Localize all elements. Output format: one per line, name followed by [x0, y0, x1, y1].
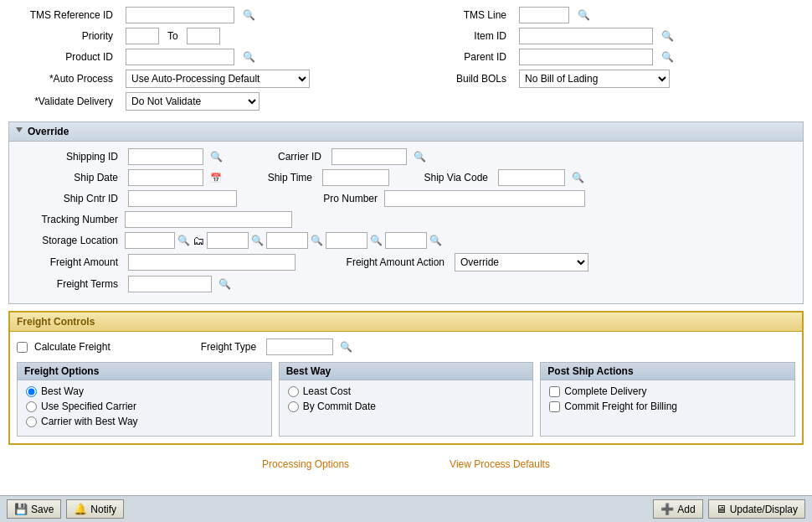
priority-label: Priority [82, 30, 113, 42]
ship-time-label: Ship Time [268, 172, 312, 183]
freight-controls-panel: Freight Controls Calculate Freight Freig… [8, 311, 804, 445]
calculate-freight-label: Calculate Freight [34, 341, 110, 353]
ship-time-input[interactable] [322, 169, 389, 186]
tms-line-input[interactable] [519, 7, 569, 23]
commit-freight-billing-checkbox[interactable] [549, 401, 560, 412]
freight-option-best-way-label: Best Way [41, 385, 84, 397]
notify-button[interactable]: 🔔 Notify [66, 499, 124, 519]
freight-amount-action-label: Freight Amount Action [347, 256, 445, 268]
item-id-search-icon[interactable] [661, 30, 674, 42]
storage-loc-4-search-icon[interactable] [370, 235, 383, 246]
carrier-id-search-icon[interactable] [414, 151, 426, 163]
update-display-label: Update/Display [730, 504, 798, 515]
override-title: Override [28, 126, 69, 137]
storage-loc-5-input[interactable] [385, 232, 427, 249]
best-way-least-cost-label: Least Cost [303, 385, 351, 397]
freight-controls-title: Freight Controls [17, 316, 95, 328]
tracking-number-input[interactable] [125, 211, 292, 228]
ship-via-code-search-icon[interactable] [572, 172, 584, 183]
best-way-least-cost-radio[interactable] [288, 386, 299, 397]
update-display-icon: 🖥 [716, 503, 727, 515]
complete-delivery-label: Complete Delivery [564, 385, 646, 397]
save-button[interactable]: 💾 Save [7, 499, 61, 519]
best-way-body: Least Cost By Commit Date [280, 380, 533, 421]
tms-line-search-icon[interactable] [578, 9, 590, 21]
tms-reference-id-search-icon[interactable] [243, 9, 255, 21]
freight-options-panel: Freight Options Best Way Use Specified C… [17, 362, 272, 437]
freight-terms-input[interactable] [128, 276, 212, 292]
freight-option-carrier-best-way-label: Carrier with Best Way [41, 416, 138, 427]
carrier-id-label: Carrier ID [278, 151, 321, 163]
auto-process-label: *Auto Process [49, 73, 113, 85]
shipping-id-label: Shipping ID [66, 151, 118, 163]
freight-amount-input[interactable] [128, 254, 296, 271]
storage-loc-icon[interactable]: 🗂 [193, 234, 204, 247]
ship-date-input[interactable] [128, 169, 203, 186]
calculate-freight-checkbox[interactable] [17, 342, 28, 353]
carrier-id-input[interactable] [331, 148, 407, 165]
parent-id-label: Parent ID [464, 51, 506, 63]
shipping-id-search-icon[interactable] [210, 151, 223, 163]
storage-loc-1-input[interactable] [125, 232, 175, 249]
best-way-panel: Best Way Least Cost By Commit Date [279, 362, 534, 437]
freight-option-best-way-radio[interactable] [26, 386, 37, 397]
ship-via-code-input[interactable] [498, 169, 565, 186]
tms-line-label: TMS Line [464, 9, 506, 21]
freight-controls-header: Freight Controls [10, 313, 802, 332]
item-id-input[interactable] [519, 28, 653, 44]
shipping-id-input[interactable] [128, 148, 203, 165]
freight-terms-label: Freight Terms [57, 278, 118, 290]
to-label: To [167, 30, 178, 42]
view-process-defaults-link[interactable]: View Process Defaults [450, 458, 550, 470]
priority-input[interactable] [126, 28, 159, 44]
storage-loc-3-search-icon[interactable] [311, 235, 323, 246]
update-display-button[interactable]: 🖥 Update/Display [708, 499, 805, 519]
override-section-body: Shipping ID Carrier ID Ship Date Ship Ti… [9, 142, 803, 303]
ship-cntr-id-input[interactable] [128, 190, 237, 207]
freight-type-input[interactable] [266, 339, 333, 355]
notify-icon: 🔔 [74, 503, 87, 515]
best-way-commit-date-label: By Commit Date [303, 401, 376, 412]
ship-date-cal-icon[interactable] [210, 172, 222, 183]
storage-loc-2-search-icon[interactable] [251, 235, 264, 246]
product-id-input[interactable] [126, 49, 234, 65]
tms-reference-id-input[interactable] [126, 7, 234, 23]
freight-option-carrier-best-way-radio[interactable] [26, 416, 37, 427]
pro-number-label: Pro Number [323, 193, 378, 204]
post-ship-actions-header: Post Ship Actions [541, 363, 794, 380]
build-bols-select[interactable]: No Bill of Lading [519, 70, 670, 88]
parent-id-input[interactable] [519, 49, 653, 65]
storage-loc-3-input[interactable] [266, 232, 308, 249]
add-button[interactable]: ➕ Add [653, 499, 702, 519]
commit-freight-billing-label: Commit Freight for Billing [564, 401, 677, 412]
bottom-bar: 💾 Save 🔔 Notify ➕ Add 🖥 Update/Display [0, 495, 812, 522]
pro-number-input[interactable] [384, 190, 585, 207]
freight-amount-action-select[interactable]: Override [455, 253, 588, 271]
save-icon: 💾 [14, 503, 28, 515]
validate-delivery-select[interactable]: Do Not Validate [126, 92, 260, 111]
storage-loc-1-search-icon[interactable] [177, 235, 190, 246]
validate-delivery-label: *Validate Delivery [34, 96, 113, 107]
product-id-label: Product ID [65, 51, 113, 63]
best-way-title: Best Way [286, 365, 331, 377]
storage-loc-2-input[interactable] [207, 232, 249, 249]
best-way-commit-date-radio[interactable] [288, 401, 299, 412]
override-collapse-icon[interactable] [16, 127, 23, 136]
complete-delivery-checkbox[interactable] [549, 386, 560, 397]
notify-label: Notify [90, 504, 116, 515]
storage-loc-4-input[interactable] [326, 232, 367, 249]
freight-options-title: Freight Options [24, 365, 99, 377]
bottom-bar-left: 💾 Save 🔔 Notify [7, 499, 124, 519]
add-icon: ➕ [660, 503, 674, 515]
parent-id-search-icon[interactable] [661, 51, 674, 63]
priority-to-input[interactable] [187, 28, 220, 44]
processing-options-link[interactable]: Processing Options [262, 458, 349, 470]
freight-terms-search-icon[interactable] [218, 278, 231, 290]
product-id-search-icon[interactable] [243, 51, 255, 63]
override-section-header[interactable]: Override [9, 122, 803, 142]
post-ship-actions-body: Complete Delivery Commit Freight for Bil… [541, 380, 794, 421]
freight-option-use-specified-radio[interactable] [26, 401, 37, 412]
auto-process-select[interactable]: Use Auto-Processing Default [126, 70, 310, 88]
storage-loc-5-search-icon[interactable] [429, 235, 442, 246]
freight-type-search-icon[interactable] [340, 341, 352, 353]
